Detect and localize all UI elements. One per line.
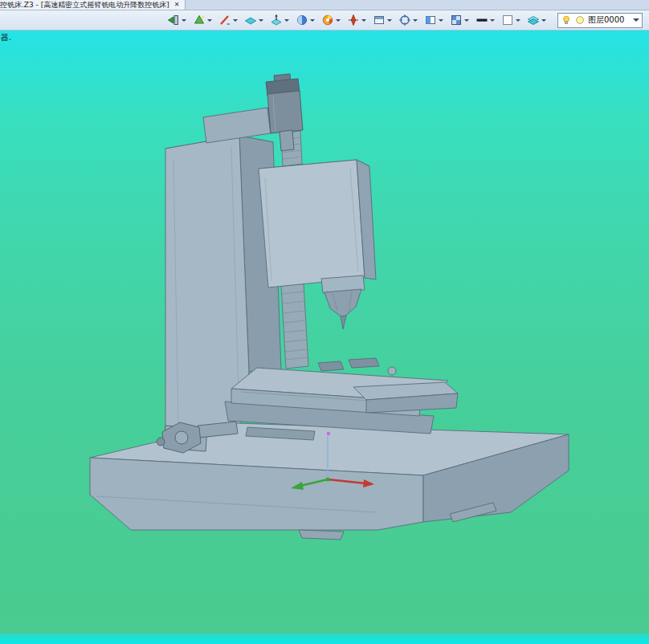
color-wheel-icon xyxy=(321,14,334,26)
display-sphere-icon xyxy=(296,14,308,26)
measure-button[interactable] xyxy=(217,13,239,27)
dropdown-caret-icon xyxy=(284,19,289,22)
view-orient-button[interactable] xyxy=(268,13,291,27)
machine-column[interactable] xyxy=(0,31,284,432)
dropdown-caret-icon xyxy=(259,19,263,22)
layer-selector[interactable]: 图层0000 xyxy=(557,13,643,28)
dropdown-caret-icon xyxy=(233,19,238,22)
target-button[interactable] xyxy=(397,13,419,27)
target-icon xyxy=(398,14,411,26)
dropdown-caret-icon xyxy=(361,19,366,22)
color-wheel-button[interactable] xyxy=(320,13,342,27)
split-window-button[interactable] xyxy=(422,13,445,27)
3d-viewport[interactable]: 器. xyxy=(0,31,649,644)
dropdown-caret-icon xyxy=(413,19,418,22)
dropdown-caret-icon xyxy=(207,19,212,22)
table-assembly[interactable] xyxy=(225,358,458,434)
dropdown-caret-icon xyxy=(490,19,495,22)
exit-icon xyxy=(167,14,180,26)
dropdown-caret-icon xyxy=(387,19,392,22)
model-canvas[interactable] xyxy=(0,31,649,644)
dropdown-caret-icon xyxy=(439,19,443,22)
split-window-icon xyxy=(424,14,437,26)
plane-view-button[interactable] xyxy=(243,13,265,27)
document-tab-title: 控铣床.Z3 - [高速精密立式摇臂铣电动升降数控铣床] xyxy=(0,0,169,10)
line-width-button[interactable] xyxy=(474,13,496,27)
background-button[interactable] xyxy=(500,13,522,27)
texture-map-button[interactable] xyxy=(448,13,471,27)
spindle-tool[interactable] xyxy=(321,275,365,329)
shaded-display-button[interactable] xyxy=(191,13,214,27)
texture-map-icon xyxy=(450,14,463,26)
spindle-head[interactable] xyxy=(259,160,376,287)
layer-visibility-bulb-icon xyxy=(561,14,572,26)
layer-color-swatch-icon xyxy=(574,14,586,26)
axis-marker-icon xyxy=(347,14,360,26)
dropdown-caret-icon xyxy=(516,19,520,22)
layers-icon xyxy=(527,14,540,26)
zoom-window-icon xyxy=(373,14,386,26)
plane-view-icon xyxy=(244,14,257,26)
dropdown-caret-icon xyxy=(336,19,341,22)
dropdown-caret-icon xyxy=(182,19,186,22)
dropdown-caret-icon xyxy=(310,19,315,22)
background-swatch-icon xyxy=(501,14,514,26)
shaded-solid-icon xyxy=(193,14,206,26)
combo-dropdown-caret-icon xyxy=(633,18,639,22)
zoom-window-button[interactable] xyxy=(371,13,394,27)
origin-marker xyxy=(327,432,330,435)
layer-selector-value: 图层0000 xyxy=(588,14,631,26)
triad-origin-icon xyxy=(326,478,330,482)
dropdown-caret-icon xyxy=(541,19,546,22)
dropdown-caret-icon xyxy=(464,19,469,22)
measure-pen-icon xyxy=(218,14,231,26)
tab-close-icon[interactable]: ✕ xyxy=(173,1,182,9)
layers-button[interactable] xyxy=(525,13,548,27)
line-width-icon xyxy=(476,14,488,26)
exit-button[interactable] xyxy=(165,13,188,27)
bottom-strip xyxy=(0,634,649,644)
document-tab-bar: 控铣床.Z3 - [高速精密立式摇臂铣电动升降数控铣床] ✕ xyxy=(0,0,649,10)
display-mode-button[interactable] xyxy=(294,13,316,27)
view-toolbar: 图层0000 xyxy=(0,10,649,31)
view-orient-icon xyxy=(270,14,283,26)
document-tab[interactable]: 控铣床.Z3 - [高速精密立式摇臂铣电动升降数控铣床] ✕ xyxy=(0,0,186,10)
axis-marker-button[interactable] xyxy=(345,13,368,27)
